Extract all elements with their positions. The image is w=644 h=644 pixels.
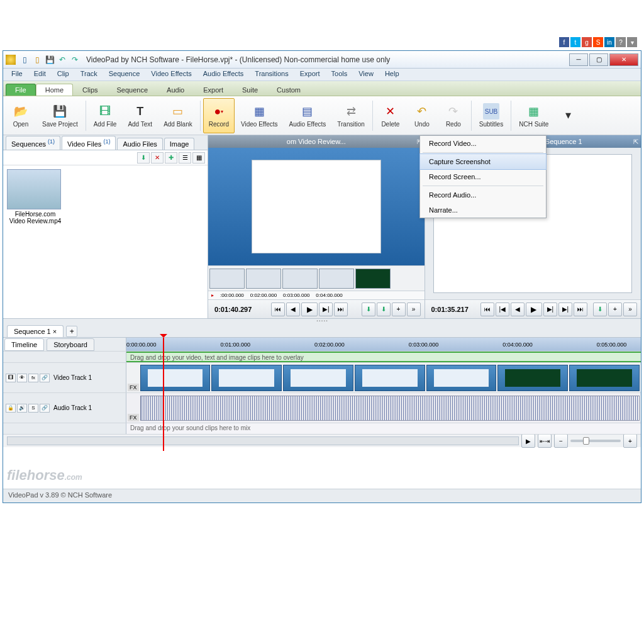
- bin-add-icon[interactable]: ⬇: [137, 152, 150, 164]
- menu-clip[interactable]: Clip: [52, 69, 75, 80]
- twitter-icon[interactable]: t: [570, 37, 580, 47]
- menu-sequence[interactable]: Sequence: [103, 69, 146, 80]
- bin-tab-audio-files[interactable]: Audio Files: [117, 138, 162, 150]
- clip-prev-button[interactable]: ◀: [286, 303, 300, 316]
- clip-thumbnail[interactable]: FileHorse.com Video Review.mp4: [7, 169, 64, 225]
- maximize-button[interactable]: ▢: [589, 53, 608, 66]
- bin-tab-images[interactable]: Image: [164, 138, 195, 150]
- ribbon-tab-export[interactable]: Export: [194, 84, 233, 96]
- dropdown-icon[interactable]: ▾: [627, 37, 637, 47]
- menu-edit[interactable]: Edit: [28, 69, 52, 80]
- facebook-icon[interactable]: f: [559, 37, 569, 47]
- menu-audio-effects[interactable]: Audio Effects: [197, 69, 250, 80]
- ribbon-tab-file[interactable]: File: [6, 84, 36, 96]
- menu-capture-screenshot[interactable]: Capture Screenshot: [419, 153, 547, 170]
- record-button[interactable]: ●▾Record: [203, 98, 235, 133]
- ribbon-overflow-button[interactable]: ▾: [555, 98, 581, 133]
- ribbon-tab-suite[interactable]: Suite: [233, 84, 267, 96]
- qa-new-icon[interactable]: ▯: [19, 54, 30, 65]
- playhead[interactable]: [163, 338, 164, 451]
- seq-prev-button[interactable]: ◀: [511, 303, 525, 316]
- clip-fx-badge[interactable]: FX: [128, 384, 139, 391]
- timeline-mode-tab[interactable]: Timeline: [4, 338, 44, 351]
- menu-record-video[interactable]: Record Video...: [420, 136, 546, 151]
- open-button[interactable]: 📂Open: [6, 98, 36, 133]
- clip-mini-ruler[interactable]: ▸:00:00.0000:02:00.0000:03:00.0000:04:00…: [208, 291, 425, 299]
- menu-tools[interactable]: Tools: [326, 69, 353, 80]
- menu-record-audio[interactable]: Record Audio...: [420, 187, 546, 203]
- track-speaker-icon[interactable]: 🔊: [17, 404, 27, 413]
- track-fx-icon[interactable]: fx: [28, 374, 38, 382]
- video-track[interactable]: FX: [126, 363, 641, 392]
- seq-prevclip-button[interactable]: |◀: [496, 303, 509, 316]
- track-link-icon[interactable]: 🔗: [40, 404, 50, 413]
- subtitles-button[interactable]: SUBSubtitles: [474, 98, 508, 133]
- menu-video-effects[interactable]: Video Effects: [145, 69, 197, 80]
- mix-drop-hint[interactable]: Drag and drop your sound clips here to m…: [126, 423, 641, 434]
- video-effects-button[interactable]: ▦Video Effects: [236, 98, 283, 133]
- track-link-icon[interactable]: 🔗: [40, 374, 50, 382]
- seq-plus-button[interactable]: +: [608, 303, 622, 316]
- undo-button[interactable]: ↶Undo: [407, 98, 437, 133]
- transition-button[interactable]: ⇄Transition: [332, 98, 370, 133]
- seq-more-button[interactable]: »: [623, 303, 637, 316]
- audio-waveform[interactable]: [140, 396, 640, 421]
- audio-effects-button[interactable]: ▤Audio Effects: [284, 98, 331, 133]
- zoom-fit-button[interactable]: ⇤⇥: [538, 434, 552, 448]
- timeline-ruler[interactable]: 0:00:00.0000:01:00.0000:02:00.0000:03:00…: [126, 338, 641, 351]
- clip-dl1-icon[interactable]: ⬇: [362, 303, 375, 316]
- clip-end-button[interactable]: ⏭: [334, 303, 348, 316]
- menu-export[interactable]: Export: [294, 69, 326, 80]
- sequence-tab-1[interactable]: Sequence 1 ×: [7, 325, 64, 337]
- menu-track[interactable]: Track: [75, 69, 103, 80]
- timeline-clip[interactable]: [283, 365, 353, 391]
- ribbon-tab-home[interactable]: Home: [36, 84, 73, 96]
- audio-track[interactable]: FX: [126, 393, 641, 423]
- zoom-in-button[interactable]: +: [623, 434, 637, 448]
- save-project-button[interactable]: 💾Save Project: [37, 98, 83, 133]
- ribbon-tab-clips[interactable]: Clips: [73, 84, 107, 96]
- timeline-clip[interactable]: [211, 365, 282, 391]
- minimize-button[interactable]: ─: [569, 53, 588, 66]
- clip-dl2-icon[interactable]: ⬇: [377, 303, 391, 316]
- google-plus-icon[interactable]: g: [582, 37, 592, 47]
- clip-more-button[interactable]: »: [407, 303, 421, 316]
- zoom-out-button[interactable]: −: [554, 434, 568, 448]
- ribbon-tab-audio[interactable]: Audio: [157, 84, 194, 96]
- menu-view[interactable]: View: [353, 69, 379, 80]
- delete-button[interactable]: ✕Delete: [375, 98, 406, 133]
- track-solo-icon[interactable]: S: [28, 404, 38, 413]
- seq-split-icon[interactable]: ⬇: [593, 303, 607, 316]
- zoom-slider[interactable]: [570, 440, 621, 442]
- menu-file[interactable]: File: [6, 69, 28, 80]
- track-eye-icon[interactable]: 👁: [17, 374, 27, 382]
- seq-end-button[interactable]: ⏭: [574, 303, 587, 316]
- timeline-clip[interactable]: [140, 365, 211, 391]
- linkedin-icon[interactable]: in: [604, 37, 614, 47]
- timeline-clip[interactable]: [569, 365, 640, 391]
- nch-suite-button[interactable]: ▦NCH Suite: [514, 98, 553, 133]
- ribbon-tab-sequence[interactable]: Sequence: [108, 84, 158, 96]
- scroll-right-button[interactable]: ▶: [521, 434, 535, 448]
- bin-tab-video-files[interactable]: Video Files (1): [62, 136, 116, 150]
- stumble-icon[interactable]: S: [593, 37, 603, 47]
- track-lock-icon[interactable]: 🎞: [6, 374, 16, 382]
- timeline-clip[interactable]: [355, 365, 425, 391]
- help-icon[interactable]: ?: [616, 37, 626, 47]
- ribbon-tab-custom[interactable]: Custom: [267, 84, 310, 96]
- add-blank-button[interactable]: ▭Add Blank: [158, 98, 197, 133]
- overlay-drop-hint[interactable]: Drag and drop your video, text and image…: [126, 352, 641, 362]
- qa-undo-icon[interactable]: ↶: [57, 54, 68, 65]
- qa-redo-icon[interactable]: ↷: [69, 54, 80, 65]
- storyboard-mode-tab[interactable]: Storyboard: [47, 338, 94, 351]
- bin-add2-icon[interactable]: ✚: [165, 152, 177, 164]
- bin-tab-sequences[interactable]: Sequences (1): [6, 136, 60, 150]
- menu-record-screen[interactable]: Record Screen...: [420, 169, 546, 184]
- seq-nextclip-button[interactable]: ▶|: [558, 303, 572, 316]
- seq-next-button[interactable]: ▶|: [543, 303, 557, 316]
- timeline-clip[interactable]: [497, 365, 568, 391]
- close-button[interactable]: ✕: [609, 53, 638, 66]
- redo-button[interactable]: ↷Redo: [438, 98, 469, 133]
- bin-grid-icon[interactable]: ▦: [192, 152, 205, 164]
- menu-help[interactable]: Help: [379, 69, 405, 80]
